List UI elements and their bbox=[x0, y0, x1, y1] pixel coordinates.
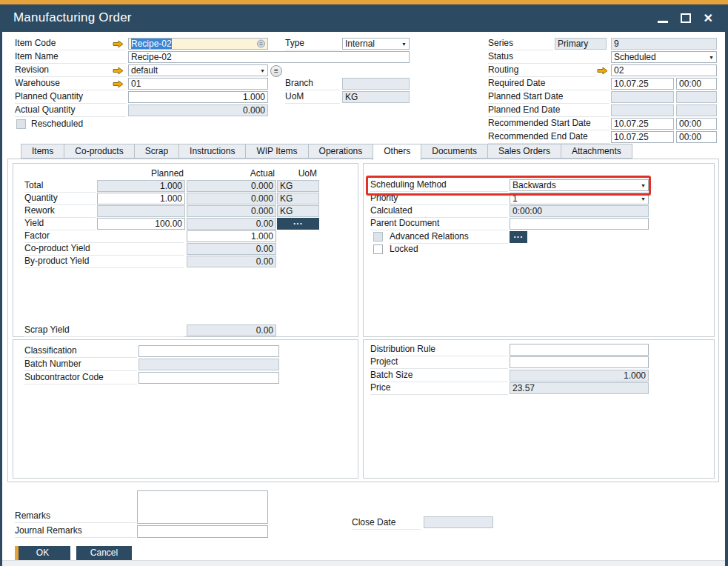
planned-end-date-label: Planned End Date bbox=[488, 104, 610, 117]
maximize-icon[interactable] bbox=[681, 13, 691, 23]
recommended-end-time-field[interactable]: 00:00 bbox=[676, 131, 717, 143]
window-titlebar: Manufacturing Order bbox=[0, 4, 728, 32]
item-name-field[interactable]: Recipe-02 bbox=[128, 51, 410, 63]
scheduling-method-dropdown[interactable]: Backwards ▼ bbox=[510, 179, 649, 191]
planned-column-header: Planned bbox=[97, 168, 184, 179]
status-dropdown[interactable]: Scheduled ▼ bbox=[611, 51, 717, 63]
rework-uom-field: KG bbox=[277, 205, 319, 217]
co-product-yield-field: 0.00 bbox=[187, 243, 276, 255]
planned-end-date-field bbox=[611, 104, 674, 116]
subcontractor-code-field[interactable] bbox=[138, 372, 279, 384]
window-title: Manufacturing Order bbox=[13, 10, 132, 25]
type-dropdown[interactable]: Internal ▼ bbox=[342, 38, 410, 50]
item-code-label: Item Code bbox=[15, 38, 126, 50]
series-number-field: 9 bbox=[611, 38, 717, 50]
locked-checkbox[interactable] bbox=[373, 244, 383, 254]
yield-actual-field: 0.00 bbox=[187, 218, 276, 230]
tab-operations[interactable]: Operations bbox=[308, 144, 374, 159]
scheduling-method-value: Backwards bbox=[512, 180, 556, 190]
window-accent-bar bbox=[0, 0, 728, 4]
recommended-start-date-field[interactable]: 10.07.25 bbox=[611, 118, 674, 130]
price-label: Price bbox=[370, 382, 508, 395]
tab-co-products[interactable]: Co-products bbox=[64, 144, 134, 159]
routing-field[interactable]: 02 bbox=[611, 64, 717, 76]
by-product-yield-label: By-product Yield bbox=[24, 256, 184, 268]
rework-label: Rework bbox=[24, 205, 96, 218]
recommended-end-date-field[interactable]: 10.07.25 bbox=[611, 131, 674, 143]
priority-label: Priority bbox=[370, 193, 508, 205]
tab-documents[interactable]: Documents bbox=[421, 144, 488, 159]
close-date-label: Close Date bbox=[352, 517, 421, 530]
actual-column-header: Actual bbox=[187, 168, 275, 179]
quantity-planned-field[interactable]: 1.000 bbox=[97, 193, 185, 204]
journal-remarks-input[interactable] bbox=[137, 525, 268, 538]
yield-ellipsis-button[interactable]: ... bbox=[277, 218, 319, 230]
subcontractor-code-label: Subcontractor Code bbox=[24, 372, 137, 384]
actual-quantity-field: 0.000 bbox=[128, 104, 268, 116]
required-time-field[interactable]: 00:00 bbox=[676, 78, 717, 90]
tab-wip-items[interactable]: WIP Items bbox=[245, 144, 308, 159]
factor-field[interactable]: 1.000 bbox=[187, 230, 276, 242]
warehouse-link-arrow-icon[interactable] bbox=[113, 80, 124, 88]
revision-dropdown-arrow-icon: ▼ bbox=[260, 68, 265, 73]
revision-dropdown[interactable]: default ▼ bbox=[128, 64, 268, 76]
batch-number-label: Batch Number bbox=[24, 359, 137, 371]
ok-button[interactable]: OK bbox=[15, 546, 70, 560]
tab-items[interactable]: Items bbox=[21, 144, 64, 159]
calculated-field: 0:00:00 bbox=[510, 205, 649, 217]
planned-quantity-field[interactable]: 1.000 bbox=[128, 91, 268, 103]
manufacturing-order-window: Manufacturing Order ✕ Item Code Recipe-0… bbox=[0, 0, 728, 566]
revision-menu-button[interactable]: ≡ bbox=[270, 65, 282, 77]
parent-document-field[interactable] bbox=[510, 218, 649, 230]
project-field[interactable] bbox=[510, 356, 649, 368]
distribution-rule-field[interactable] bbox=[510, 344, 649, 356]
tab-strip: ItemsCo-productsScrapInstructionsWIP Ite… bbox=[21, 144, 632, 160]
recommended-start-time-field[interactable]: 00:00 bbox=[676, 118, 717, 130]
rework-planned-field bbox=[97, 205, 185, 217]
priority-value: 1 bbox=[512, 193, 518, 204]
by-product-yield-field: 0.00 bbox=[187, 256, 276, 267]
cancel-button[interactable]: Cancel bbox=[76, 546, 132, 560]
routing-link-arrow-icon[interactable] bbox=[597, 67, 608, 75]
priority-dropdown[interactable]: 1 ▼ bbox=[510, 193, 649, 204]
cancel-button-label: Cancel bbox=[90, 547, 118, 558]
type-label: Type bbox=[285, 38, 340, 50]
window-border-left bbox=[0, 32, 2, 566]
advanced-relations-ellipsis-button[interactable]: ... bbox=[510, 231, 527, 243]
revision-label: Revision bbox=[15, 64, 126, 77]
quantity-actual-field: 0.000 bbox=[187, 193, 276, 204]
required-date-field[interactable]: 10.07.25 bbox=[611, 78, 674, 90]
close-icon[interactable]: ✕ bbox=[704, 13, 713, 24]
rescheduled-checkbox bbox=[16, 119, 26, 129]
classification-label: Classification bbox=[24, 345, 137, 358]
item-name-label: Item Name bbox=[15, 51, 126, 64]
calculated-label: Calculated bbox=[370, 205, 508, 218]
tab-instructions[interactable]: Instructions bbox=[178, 144, 246, 159]
item-code-selected-text: Recipe-02 bbox=[131, 39, 172, 49]
ok-button-label: OK bbox=[36, 547, 49, 558]
branch-field bbox=[342, 78, 410, 90]
batch-size-field: 1.000 bbox=[510, 370, 649, 382]
revision-link-arrow-icon[interactable] bbox=[113, 67, 124, 75]
minimize-icon[interactable] bbox=[658, 14, 668, 23]
remarks-textarea[interactable] bbox=[137, 490, 268, 524]
revision-value: default bbox=[131, 65, 158, 76]
total-planned-field: 1.000 bbox=[97, 180, 185, 192]
remarks-label: Remarks bbox=[15, 510, 136, 523]
tab-sales-orders[interactable]: Sales Orders bbox=[487, 144, 561, 159]
choose-from-list-icon[interactable]: ≡ bbox=[257, 40, 265, 48]
planned-start-date-field bbox=[611, 91, 674, 103]
warehouse-field[interactable]: 01 bbox=[128, 78, 268, 90]
uom-field: KG bbox=[342, 91, 410, 103]
recommended-start-date-label: Recommended Start Date bbox=[488, 118, 610, 130]
status-label: Status bbox=[488, 51, 610, 64]
quantity-label: Quantity bbox=[24, 193, 96, 205]
journal-remarks-label: Journal Remarks bbox=[15, 525, 136, 538]
tab-scrap[interactable]: Scrap bbox=[134, 144, 179, 159]
item-code-field[interactable]: Recipe-02 ≡ bbox=[128, 38, 268, 50]
classification-field[interactable] bbox=[138, 345, 279, 357]
tab-attachments[interactable]: Attachments bbox=[561, 144, 632, 159]
yield-planned-field[interactable]: 100.00 bbox=[97, 218, 185, 230]
tab-others[interactable]: Others bbox=[373, 144, 421, 160]
item-code-link-arrow-icon[interactable] bbox=[113, 40, 124, 48]
